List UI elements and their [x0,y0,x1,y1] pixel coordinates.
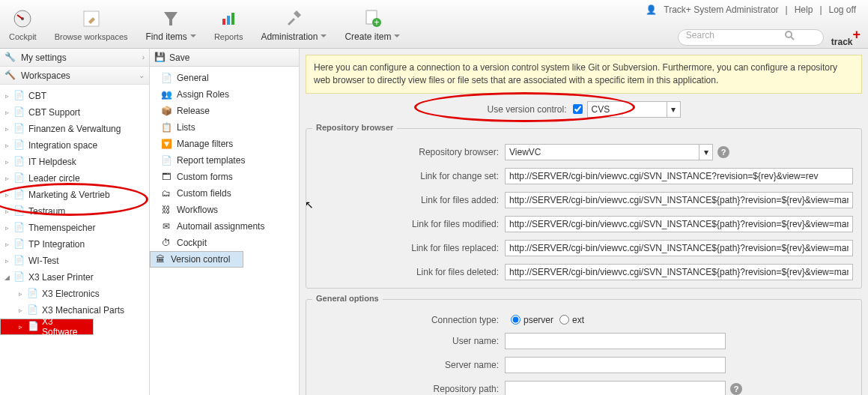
section-label: My settings [21,52,67,63]
svg-line-11 [791,37,794,40]
new-doc-icon: + [362,7,383,28]
administration-button[interactable]: Administration [252,0,336,49]
browse-workspaces-button[interactable]: Browse workspaces [46,0,137,49]
menu-workflows[interactable]: ⛓Workflows [150,202,299,218]
find-items-button[interactable]: Find items [137,0,205,49]
help-icon[interactable]: ? [730,383,742,395]
tree-child[interactable]: ▹📄X3 Electronics [0,286,149,302]
tree-node[interactable]: ▹📄Leader circle [0,170,149,187]
fields-icon: 🗂 [160,187,172,199]
tree-node[interactable]: ▹📄IT Helpdesk [0,154,149,170]
user-bar: 👤 Track+ System Administrator | Help | L… [646,4,861,15]
toolbar: Cockpit Browse workspaces Find items Rep… [0,0,868,49]
vc-type-select[interactable]: CVS ▾ [587,101,681,118]
repo-browser-fieldset: Repository browser Repository browser: V… [306,128,862,289]
tools-icon [283,7,304,28]
logo: track+ [831,27,861,49]
tree-node[interactable]: ▹📄Finanzen & Verwaltung [0,121,149,137]
user-link[interactable]: Track+ System Administrator [659,4,783,15]
menu-assign-roles[interactable]: 👥Assign Roles [150,86,299,103]
repopath-input[interactable] [505,381,726,395]
chevron-down-icon: ⌄ [139,71,145,79]
form-icon: 🗔 [160,171,172,183]
tree-node[interactable]: ▹📄WI-Test [0,253,149,269]
link-deleted-input[interactable] [505,264,853,280]
tree-node[interactable]: ▹📄CBT Support [0,104,149,121]
workspaces-section[interactable]: 🔨 Workspaces ⌄ [0,67,149,85]
create-item-button[interactable]: + Create item [336,0,409,49]
menu-manage-filters[interactable]: 🔽Manage filters [150,136,299,152]
box-icon: 📦 [160,105,172,117]
menu-report-templates[interactable]: 📄Report templates [150,152,299,169]
chevron-right-icon: › [142,53,145,61]
menu-general[interactable]: 📄General [150,70,299,86]
workflow-icon: ⛓ [160,204,172,216]
funnel-icon: 🔽 [160,138,172,150]
tree-node[interactable]: ▹📄CBT [0,88,149,104]
general-options-fieldset: General options Connection type: pserver… [306,299,862,395]
tree-node[interactable]: ▹📄Marketing & Vertrieb [0,187,149,203]
tree-node[interactable]: ▹📄Themenspeicher [0,220,149,236]
svg-point-10 [786,31,792,37]
menu-cockpit[interactable]: ⏱Cockpit [150,235,299,251]
logoff-link[interactable]: Log off [825,4,861,15]
menu-custom-forms[interactable]: 🗔Custom forms [150,169,299,185]
tree-node[interactable]: ▹📄Integration space [0,137,149,154]
svg-rect-4 [222,19,225,25]
config-menu: 💾 Save 📄General 👥Assign Roles 📦Release 📋… [150,49,300,395]
my-settings-section[interactable]: 🔧 My settings › [0,49,149,67]
repo-browser-select[interactable]: ViewVC▾ [505,144,713,160]
menu-custom-fields[interactable]: 🗂Custom fields [150,185,299,202]
hammer-icon [81,8,102,29]
gauge-icon [12,8,33,29]
info-banner: Here you can configure a connection to a… [306,55,862,94]
chevron-down-icon: ▾ [667,102,680,117]
tree-child-selected[interactable]: ▹📄X3 Software [0,319,94,335]
people-icon: 👥 [160,88,172,100]
user-icon: 👤 [646,4,657,15]
help-icon[interactable]: ? [717,146,729,158]
list-icon: 📋 [160,121,172,133]
barchart-icon [218,8,239,29]
hammer-icon: 🔨 [4,70,16,82]
help-link[interactable]: Help [790,4,818,15]
link-modified-input[interactable] [505,216,853,232]
vcs-icon: 🏛 [154,253,166,265]
content-panel: Here you can configure a connection to a… [300,49,868,395]
use-vc-checkbox[interactable] [573,104,583,114]
username-input[interactable] [505,333,726,349]
floppy-icon: 💾 [154,52,166,64]
use-vc-label: Use version control: [487,104,572,115]
servername-input[interactable] [505,357,726,373]
section-label: Workspaces [21,70,70,81]
search-input[interactable]: Search [678,29,824,46]
tree-node[interactable]: ▹📄Testraum [0,203,149,220]
svg-text:+: + [374,17,380,28]
fieldset-legend: General options [312,294,383,303]
wrench-icon: 🔧 [4,52,16,64]
conn-pserver-radio[interactable] [511,315,521,325]
svg-rect-6 [231,13,234,25]
menu-release[interactable]: 📦Release [150,103,299,119]
menu-automail[interactable]: ✉Automail assignments [150,218,299,235]
menu-lists[interactable]: 📋Lists [150,119,299,136]
cockpit-button[interactable]: Cockpit [0,0,46,49]
link-added-input[interactable] [505,192,853,208]
tree-node[interactable]: ▹📄TP Integration [0,236,149,253]
conn-ext-radio[interactable] [559,315,569,325]
gauge-icon: ⏱ [160,237,172,249]
funnel-icon [160,7,181,28]
menu-version-control[interactable]: 🏛Version control [150,251,243,268]
sidebar: 🔧 My settings › 🔨 Workspaces ⌄ ▹📄CBT ▹📄C… [0,49,150,395]
search-icon [784,30,795,40]
tree-node-expanded[interactable]: ◢📄X3 Laser Printer [0,269,149,286]
report-icon: 📄 [160,154,172,166]
workspace-tree: ▹📄CBT ▹📄CBT Support ▹📄Finanzen & Verwalt… [0,85,149,338]
doc-icon: 📄 [160,72,172,84]
link-changeset-input[interactable] [505,168,853,184]
fieldset-legend: Repository browser [312,123,397,132]
mail-icon: ✉ [160,220,172,232]
reports-button[interactable]: Reports [205,0,252,49]
save-button[interactable]: 💾 Save [150,49,299,67]
link-replaced-input[interactable] [505,240,853,256]
